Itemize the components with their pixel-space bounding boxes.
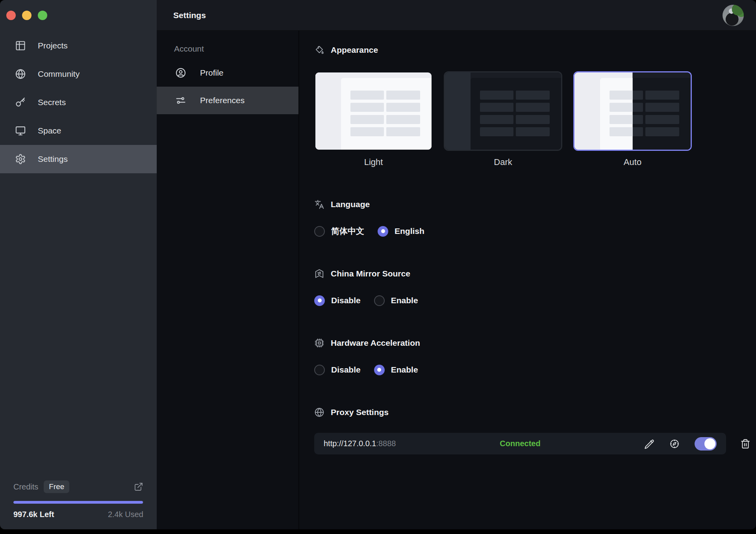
sidebar-item-label: Projects [38,41,68,50]
paint-bucket-icon [314,45,324,55]
sidebar-item-label: Secrets [38,98,66,107]
radio-option-zh[interactable]: 简体中文 [314,226,364,237]
china-mirror-radio-group: Disable Enable [314,295,756,306]
close-window-button[interactable] [6,11,16,20]
radio-icon [378,226,388,237]
radio-label: Enable [391,296,418,305]
credits-progress-track [13,501,143,504]
radio-icon [374,365,385,375]
section-title: Language [331,200,370,209]
settings-nav: Account Profile Preferences [157,31,299,529]
proxy-status-badge: Connected [500,439,540,448]
theme-label: Light [314,157,433,167]
theme-thumb-light [314,71,433,151]
nav-group-account: Account [157,39,298,59]
user-circle-icon [175,67,186,78]
radio-option-disable[interactable]: Disable [314,365,361,375]
monitor-icon [15,125,26,136]
radio-icon [314,365,325,375]
radio-label: Enable [391,365,418,375]
edit-pencil-icon[interactable] [644,439,654,449]
radio-option-disable[interactable]: Disable [314,295,361,306]
radio-icon [314,295,325,306]
globe-icon [314,407,324,417]
theme-thumb-auto [573,71,692,151]
proxy-section: Proxy Settings http://127.0.0.1:8888 Con… [314,407,756,454]
minimize-window-button[interactable] [22,11,32,20]
radio-icon [314,226,325,237]
radio-icon [374,295,385,306]
gear-icon [15,154,26,165]
nav-item-preferences[interactable]: Preferences [157,87,298,114]
theme-option-light[interactable]: Light [314,71,433,167]
sidebar-item-label: Space [38,126,61,135]
section-title: Proxy Settings [331,408,389,417]
section-title: China Mirror Source [331,269,410,278]
sidebar-item-label: Settings [38,154,68,164]
china-mirror-section: China Mirror Source Disable Enable [314,268,756,306]
radio-option-english[interactable]: English [378,226,424,237]
preferences-panel: Appearance Light [299,31,756,529]
proxy-entry-row: http://127.0.0.1:8888 Connected [314,433,726,454]
user-avatar[interactable] [723,5,744,26]
sidebar-item-space[interactable]: Space [0,117,157,145]
credits-remaining: 997.6k Left [13,510,54,519]
section-title: Hardware Acceleration [331,338,420,348]
radio-label: Disable [331,296,361,305]
radio-option-enable[interactable]: Enable [374,365,418,375]
languages-icon [314,199,324,210]
language-radio-group: 简体中文 English [314,226,756,237]
hardware-radio-group: Disable Enable [314,364,756,375]
page-title: Settings [173,11,206,20]
theme-option-dark[interactable]: Dark [444,71,562,167]
globe-icon [15,69,26,80]
nav-item-label: Preferences [200,96,245,105]
table-layout-icon [15,40,26,51]
sidebar-item-secrets[interactable]: Secrets [0,88,157,117]
titlebar: Settings [157,0,756,31]
plan-badge: Free [44,480,69,493]
traffic-lights [0,0,157,32]
sliders-icon [175,95,186,106]
theme-options: Light Dark [314,71,756,167]
theme-option-auto[interactable]: Auto [573,71,692,167]
key-icon [15,97,26,108]
radio-label: Disable [331,365,361,375]
compass-test-icon[interactable] [669,439,680,449]
sidebar-nav: Projects Community Secrets Space [0,32,157,173]
trash-icon[interactable] [740,439,750,449]
theme-thumb-dark [444,71,562,151]
appearance-section: Appearance Light [314,44,756,167]
app-window: Projects Community Secrets Space [0,0,756,529]
radio-label: 简体中文 [331,226,364,237]
credits-label: Credits [13,482,38,491]
maximize-window-button[interactable] [38,11,47,20]
radio-option-enable[interactable]: Enable [374,295,418,306]
external-link-icon[interactable] [134,482,143,491]
proxy-toggle[interactable] [695,437,717,451]
nav-item-label: Profile [200,68,224,78]
cpu-icon [314,338,324,348]
proxy-address: http://127.0.0.1:8888 [324,439,500,448]
proxy-port: :8888 [376,439,396,448]
sidebar-item-label: Community [38,69,80,79]
sidebar-item-projects[interactable]: Projects [0,32,157,60]
hardware-acceleration-section: Hardware Acceleration Disable Enable [314,337,756,375]
sidebar-item-settings[interactable]: Settings [0,145,157,173]
sidebar-item-community[interactable]: Community [0,60,157,88]
theme-label: Auto [573,157,692,167]
radio-label: English [395,226,424,236]
toggle-knob [704,438,715,449]
credits-used: 2.4k Used [108,510,143,519]
nav-item-profile[interactable]: Profile [157,59,298,87]
mirror-badge-icon [314,269,324,279]
theme-label: Dark [444,157,562,167]
credits-progress-fill [13,501,143,504]
sidebar: Projects Community Secrets Space [0,0,157,529]
language-section: Language 简体中文 English [314,199,756,237]
section-title: Appearance [331,45,378,55]
credits-panel: Credits Free 997.6k Left 2.4k Used [0,480,157,529]
